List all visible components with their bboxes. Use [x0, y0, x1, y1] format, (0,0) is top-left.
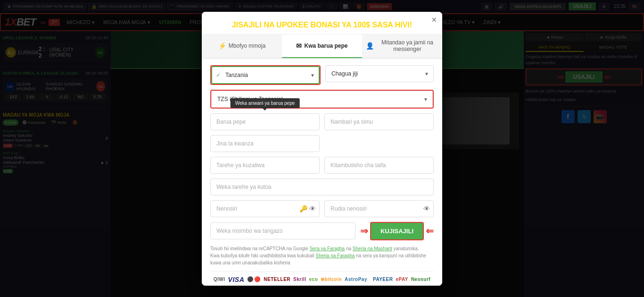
modal-header: JISAJILI NA UPOKEE BONASI YA 100$ SASA H…: [202, 12, 442, 34]
date-input[interactable]: [210, 178, 434, 195]
social-icon: 👤: [366, 42, 374, 50]
privacy-link[interactable]: Sera ya Faragha: [310, 246, 345, 251]
promo-submit-row: ⇒ KUJISAJILI ⇐: [210, 222, 434, 240]
promo-field: [210, 222, 355, 239]
email-phone-row: Weka anwani ya barua pepe: [210, 113, 434, 130]
firstname-field: [210, 135, 320, 152]
terms-link[interactable]: Sheria na Masharti: [353, 246, 392, 251]
birthdate-input[interactable]: [210, 157, 320, 174]
email-tooltip: Weka anwani ya barua pepe: [231, 98, 300, 108]
visa-logo: VISA: [228, 276, 245, 283]
mastercard-logo: ⚫🔴: [247, 276, 261, 282]
registration-modal: JISAJILI NA UPOKEE BONASI YA 100$ SASA H…: [202, 12, 442, 286]
kujisajili-button[interactable]: KUJISAJILI: [370, 222, 424, 240]
modal-tabs: ⚡ Mbofyo mmoja ✉ Kwa barua pepe 👤 Mitand…: [202, 34, 442, 59]
policy-link[interactable]: Sheria na Faragha: [315, 253, 355, 258]
firstname-input[interactable]: [210, 135, 320, 152]
tab-mbofyo-mmoja[interactable]: ⚡ Mbofyo mmoja: [202, 34, 282, 58]
email-field: Weka anwani ya barua pepe: [210, 113, 320, 130]
lightning-icon: ⚡: [218, 42, 226, 50]
city-select[interactable]: Chagua jiji: [325, 65, 434, 82]
eco-logo: eco: [309, 277, 318, 282]
country-select[interactable]: Tanzania: [211, 66, 320, 84]
submit-left-arrow: ⇒: [360, 225, 368, 237]
email-input[interactable]: [210, 113, 320, 130]
id-input[interactable]: [324, 157, 434, 174]
neosurf-logo: Neosurf: [411, 277, 430, 282]
eye-icon[interactable]: 👁: [309, 205, 316, 212]
confirm-password-field: 👁: [324, 200, 434, 217]
legal-text: Tovuti hii imelindwa na reCAPTCHA na Goo…: [210, 245, 434, 266]
birthdate-field: [210, 157, 320, 174]
id-field: [324, 157, 434, 174]
country-city-row: Tanzania Chagua jiji: [210, 65, 434, 85]
birthdate-id-row: [210, 157, 434, 174]
promo-input[interactable]: [210, 222, 355, 239]
epay-logo: ePAY: [396, 277, 408, 282]
qiwi-logo: QIWI: [214, 277, 225, 282]
key-icon: 🔑: [299, 205, 307, 212]
phone-field: [324, 113, 434, 130]
eye2-icon[interactable]: 👁: [423, 205, 430, 212]
date-row: [210, 178, 434, 195]
skrill-logo: Skrill: [293, 277, 306, 282]
email-icon: ✉: [296, 42, 302, 50]
bitcoin-logo: ⊕bitcoin: [321, 277, 342, 282]
tab-mitandao[interactable]: 👤 Mitandao ya jamii na messenger: [362, 34, 442, 58]
phone-input[interactable]: [324, 113, 434, 130]
modal-close-button[interactable]: ×: [431, 16, 437, 24]
astropay-logo: AstroPay: [345, 277, 367, 282]
city-field: Chagua jiji: [325, 65, 434, 85]
modal-overlay: JISAJILI NA UPOKEE BONASI YA 100$ SASA H…: [0, 0, 644, 297]
submit-right-arrow: ⇐: [426, 225, 434, 237]
payeer-logo: PAYEER: [373, 277, 393, 282]
payment-logos: QIWI VISA ⚫🔴 NETELLER Skrill eco ⊕bitcoi…: [210, 271, 434, 286]
name-row: [210, 135, 434, 152]
password-row: 🔑 👁 👁: [210, 200, 434, 217]
country-field: Tanzania: [210, 65, 321, 85]
modal-title: JISAJILI NA UPOKEE BONASI YA 100$ SASA H…: [211, 20, 433, 29]
tab-barua-pepe[interactable]: ✉ Kwa barua pepe: [282, 34, 362, 58]
modal-body: Tanzania Chagua jiji: [202, 59, 442, 286]
confirm-input[interactable]: [324, 200, 434, 217]
country-select-wrapper: Tanzania: [211, 66, 320, 84]
neteller-logo: NETELLER: [264, 277, 290, 282]
city-select-wrapper: Chagua jiji: [325, 65, 434, 82]
date-field: [210, 178, 434, 195]
password-field: 🔑 👁: [210, 200, 320, 217]
